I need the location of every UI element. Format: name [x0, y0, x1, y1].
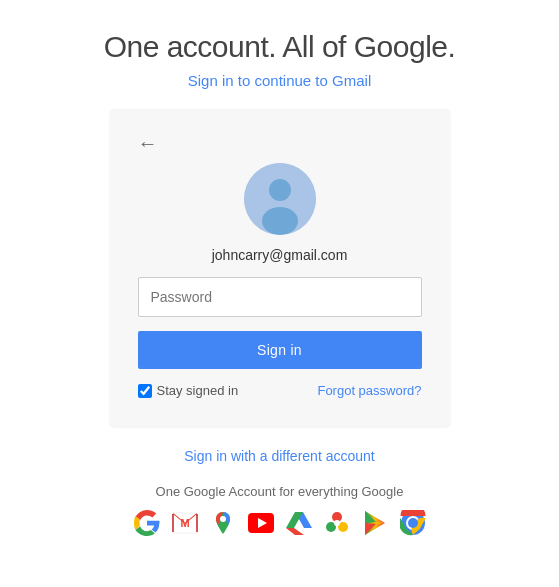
back-button[interactable]: ← [138, 133, 158, 153]
email-display: johncarry@gmail.com [212, 247, 348, 263]
svg-point-21 [408, 518, 418, 528]
svg-point-1 [269, 179, 291, 201]
chrome-icon [399, 509, 427, 537]
play-store-icon [361, 509, 389, 537]
avatar-background [244, 163, 316, 235]
stay-signed-in-checkbox[interactable] [138, 384, 152, 398]
drive-icon [285, 509, 313, 537]
gmail-icon: M [171, 509, 199, 537]
forgot-password-link[interactable]: Forgot password? [317, 383, 421, 398]
main-title: One account. All of Google. [104, 30, 456, 64]
password-input[interactable] [138, 277, 422, 317]
google-icon [133, 509, 161, 537]
maps-icon [209, 509, 237, 537]
svg-point-14 [334, 520, 340, 526]
footer-tagline: One Google Account for everything Google [156, 484, 404, 499]
sign-in-button[interactable]: Sign in [138, 331, 422, 369]
youtube-icon [247, 509, 275, 537]
subtitle: Sign in to continue to Gmail [188, 72, 371, 89]
avatar [244, 163, 316, 235]
product-icons-row: M [133, 509, 427, 537]
stay-signed-in-text: Stay signed in [157, 383, 239, 398]
svg-point-2 [262, 207, 298, 235]
different-account-link[interactable]: Sign in with a different account [184, 448, 374, 464]
svg-marker-10 [286, 528, 304, 535]
stay-signed-in-label[interactable]: Stay signed in [138, 383, 239, 398]
sign-in-card: ← johncarry@gmail.com Sign in Stay signe… [110, 109, 450, 426]
svg-point-5 [220, 516, 226, 522]
photos-icon [323, 509, 351, 537]
svg-text:M: M [180, 517, 189, 529]
avatar-svg [244, 163, 316, 235]
bottom-row: Stay signed in Forgot password? [138, 383, 422, 398]
